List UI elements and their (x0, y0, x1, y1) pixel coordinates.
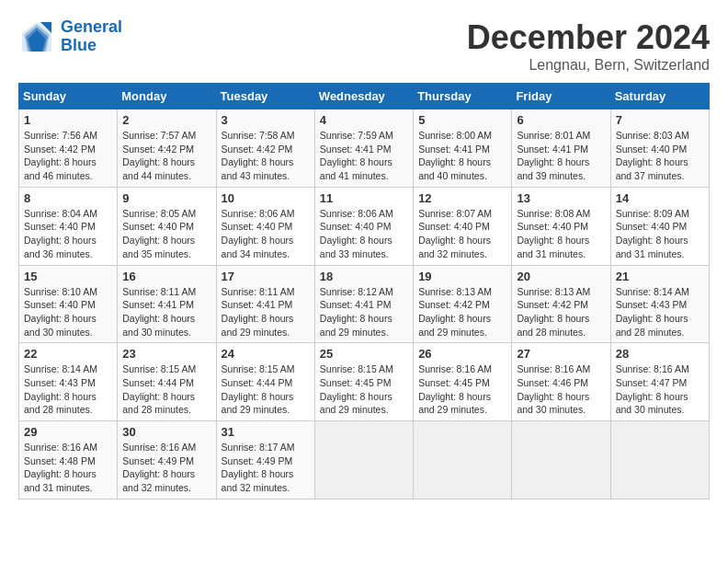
calendar-cell (512, 421, 610, 500)
header: General Blue December 2024 Lengnau, Bern… (18, 18, 710, 74)
calendar-cell: 29 Sunrise: 8:16 AM Sunset: 4:48 PM Dayl… (19, 421, 118, 500)
logo-line2: Blue (61, 36, 97, 54)
calendar-week-4: 22 Sunrise: 8:14 AM Sunset: 4:43 PM Dayl… (19, 343, 710, 421)
calendar-cell: 24 Sunrise: 8:15 AM Sunset: 4:44 PM Dayl… (216, 343, 314, 421)
calendar-cell: 26 Sunrise: 8:16 AM Sunset: 4:45 PM Dayl… (414, 343, 512, 421)
day-info: Sunrise: 8:15 AM Sunset: 4:44 PM Dayligh… (222, 363, 295, 415)
day-number: 19 (418, 270, 506, 283)
day-number: 12 (418, 191, 506, 205)
location: Lengnau, Bern, Switzerland (467, 57, 710, 74)
calendar-cell: 25 Sunrise: 8:15 AM Sunset: 4:45 PM Dayl… (314, 343, 413, 421)
day-number: 17 (222, 270, 310, 283)
day-number: 29 (24, 425, 112, 439)
day-number: 30 (122, 425, 210, 439)
calendar-week-3: 15 Sunrise: 8:10 AM Sunset: 4:40 PM Dayl… (19, 265, 710, 343)
day-number: 15 (24, 270, 112, 283)
day-info: Sunrise: 8:13 AM Sunset: 4:42 PM Dayligh… (517, 286, 590, 338)
calendar-cell: 3 Sunrise: 7:58 AM Sunset: 4:42 PM Dayli… (216, 109, 314, 188)
day-info: Sunrise: 8:14 AM Sunset: 4:43 PM Dayligh… (24, 363, 97, 415)
calendar-cell: 28 Sunrise: 8:16 AM Sunset: 4:47 PM Dayl… (610, 343, 709, 421)
day-number: 2 (122, 113, 210, 127)
calendar-week-2: 8 Sunrise: 8:04 AM Sunset: 4:40 PM Dayli… (19, 187, 710, 265)
day-info: Sunrise: 8:15 AM Sunset: 4:44 PM Dayligh… (122, 363, 196, 415)
day-number: 31 (222, 425, 310, 439)
day-info: Sunrise: 8:13 AM Sunset: 4:42 PM Dayligh… (418, 286, 492, 338)
logo-line1: General (61, 17, 122, 36)
day-info: Sunrise: 8:06 AM Sunset: 4:40 PM Dayligh… (222, 208, 295, 259)
day-info: Sunrise: 8:01 AM Sunset: 4:41 PM Dayligh… (517, 130, 590, 181)
calendar-cell: 6 Sunrise: 8:01 AM Sunset: 4:41 PM Dayli… (512, 109, 610, 188)
day-info: Sunrise: 8:08 AM Sunset: 4:40 PM Dayligh… (517, 208, 590, 259)
calendar-cell: 31 Sunrise: 8:17 AM Sunset: 4:49 PM Dayl… (216, 421, 314, 500)
day-info: Sunrise: 8:03 AM Sunset: 4:40 PM Dayligh… (616, 130, 689, 181)
calendar-cell: 9 Sunrise: 8:05 AM Sunset: 4:40 PM Dayli… (118, 187, 216, 265)
day-number: 23 (122, 347, 210, 361)
day-info: Sunrise: 8:00 AM Sunset: 4:41 PM Dayligh… (418, 130, 492, 181)
day-info: Sunrise: 8:04 AM Sunset: 4:40 PM Dayligh… (24, 208, 97, 259)
day-info: Sunrise: 8:11 AM Sunset: 4:41 PM Dayligh… (222, 286, 295, 338)
day-info: Sunrise: 8:10 AM Sunset: 4:40 PM Dayligh… (24, 286, 97, 338)
calendar-cell: 22 Sunrise: 8:14 AM Sunset: 4:43 PM Dayl… (19, 343, 118, 421)
month-title: December 2024 (467, 18, 710, 57)
day-info: Sunrise: 8:15 AM Sunset: 4:45 PM Dayligh… (320, 363, 393, 415)
calendar-cell: 13 Sunrise: 8:08 AM Sunset: 4:40 PM Dayl… (512, 187, 610, 265)
calendar-cell: 2 Sunrise: 7:57 AM Sunset: 4:42 PM Dayli… (118, 109, 216, 188)
calendar-cell: 27 Sunrise: 8:16 AM Sunset: 4:46 PM Dayl… (512, 343, 610, 421)
day-number: 26 (418, 347, 506, 361)
logo: General Blue (18, 18, 122, 55)
day-number: 3 (222, 113, 310, 127)
day-number: 20 (517, 270, 605, 283)
calendar-cell: 8 Sunrise: 8:04 AM Sunset: 4:40 PM Dayli… (19, 187, 118, 265)
weekday-header-thursday: Thursday (414, 84, 512, 109)
weekday-header-friday: Friday (512, 84, 610, 109)
calendar-cell: 18 Sunrise: 8:12 AM Sunset: 4:41 PM Dayl… (314, 265, 413, 343)
weekday-header-wednesday: Wednesday (314, 84, 413, 109)
calendar-cell: 30 Sunrise: 8:16 AM Sunset: 4:49 PM Dayl… (118, 421, 216, 500)
day-number: 28 (616, 347, 704, 361)
logo-icon (18, 18, 55, 55)
day-info: Sunrise: 8:16 AM Sunset: 4:46 PM Dayligh… (517, 363, 590, 415)
calendar-cell: 1 Sunrise: 7:56 AM Sunset: 4:42 PM Dayli… (19, 109, 118, 188)
calendar-week-5: 29 Sunrise: 8:16 AM Sunset: 4:48 PM Dayl… (19, 421, 710, 500)
calendar-cell: 19 Sunrise: 8:13 AM Sunset: 4:42 PM Dayl… (414, 265, 512, 343)
day-number: 8 (24, 191, 112, 205)
calendar-cell: 12 Sunrise: 8:07 AM Sunset: 4:40 PM Dayl… (414, 187, 512, 265)
calendar-cell: 10 Sunrise: 8:06 AM Sunset: 4:40 PM Dayl… (216, 187, 314, 265)
calendar-cell (610, 421, 709, 500)
day-number: 16 (122, 270, 210, 283)
calendar-cell: 14 Sunrise: 8:09 AM Sunset: 4:40 PM Dayl… (610, 187, 709, 265)
day-info: Sunrise: 8:09 AM Sunset: 4:40 PM Dayligh… (616, 208, 689, 259)
day-number: 14 (616, 191, 704, 205)
day-info: Sunrise: 8:11 AM Sunset: 4:41 PM Dayligh… (122, 286, 196, 338)
day-number: 7 (616, 113, 704, 127)
day-info: Sunrise: 8:16 AM Sunset: 4:49 PM Dayligh… (122, 442, 196, 493)
weekday-header-saturday: Saturday (610, 84, 709, 109)
calendar-table: SundayMondayTuesdayWednesdayThursdayFrid… (18, 83, 710, 500)
day-info: Sunrise: 7:58 AM Sunset: 4:42 PM Dayligh… (222, 130, 295, 181)
day-number: 6 (517, 113, 605, 127)
day-info: Sunrise: 8:17 AM Sunset: 4:49 PM Dayligh… (222, 442, 295, 493)
day-info: Sunrise: 8:07 AM Sunset: 4:40 PM Dayligh… (418, 208, 492, 259)
day-number: 18 (320, 270, 408, 283)
calendar-cell: 23 Sunrise: 8:15 AM Sunset: 4:44 PM Dayl… (118, 343, 216, 421)
calendar-cell: 20 Sunrise: 8:13 AM Sunset: 4:42 PM Dayl… (512, 265, 610, 343)
calendar-cell: 11 Sunrise: 8:06 AM Sunset: 4:40 PM Dayl… (314, 187, 413, 265)
day-info: Sunrise: 8:14 AM Sunset: 4:43 PM Dayligh… (616, 286, 689, 338)
day-info: Sunrise: 8:06 AM Sunset: 4:40 PM Dayligh… (320, 208, 393, 259)
day-info: Sunrise: 7:57 AM Sunset: 4:42 PM Dayligh… (122, 130, 196, 181)
calendar-cell (314, 421, 413, 500)
title-area: December 2024 Lengnau, Bern, Switzerland (467, 18, 710, 74)
weekday-header-row: SundayMondayTuesdayWednesdayThursdayFrid… (19, 84, 710, 109)
calendar-cell: 4 Sunrise: 7:59 AM Sunset: 4:41 PM Dayli… (314, 109, 413, 188)
day-number: 25 (320, 347, 408, 361)
calendar-cell: 16 Sunrise: 8:11 AM Sunset: 4:41 PM Dayl… (118, 265, 216, 343)
day-number: 21 (616, 270, 704, 283)
weekday-header-sunday: Sunday (19, 84, 118, 109)
day-info: Sunrise: 8:16 AM Sunset: 4:47 PM Dayligh… (616, 363, 689, 415)
calendar-cell: 15 Sunrise: 8:10 AM Sunset: 4:40 PM Dayl… (19, 265, 118, 343)
day-info: Sunrise: 8:16 AM Sunset: 4:48 PM Dayligh… (24, 442, 97, 493)
day-number: 1 (24, 113, 112, 127)
day-info: Sunrise: 7:56 AM Sunset: 4:42 PM Dayligh… (24, 130, 97, 181)
day-number: 9 (122, 191, 210, 205)
calendar-cell (414, 421, 512, 500)
